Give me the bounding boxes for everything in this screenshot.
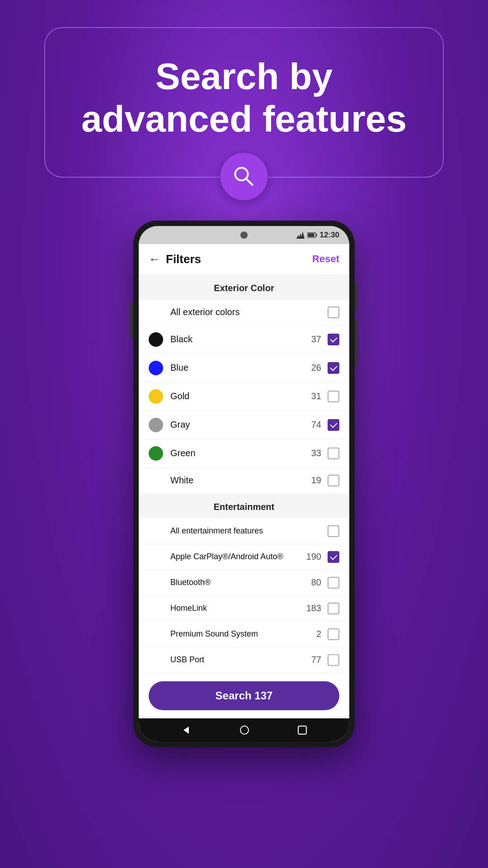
- filter-item-usb-port[interactable]: USB Port77: [139, 647, 349, 673]
- side-btn-right-bottom: [355, 320, 358, 365]
- phone-frame: 12:30 ← Filters Reset Exterior Color All…: [133, 221, 355, 747]
- filter-item-homelink[interactable]: HomeLink183: [139, 596, 349, 622]
- filter-label-apple-carplay: Apple CarPlay®/Android Auto®: [170, 552, 306, 561]
- camera-dot: [240, 231, 248, 239]
- color-dot-blue: [149, 361, 163, 375]
- checkbox-blue[interactable]: [328, 362, 339, 374]
- status-icons: 12:30: [296, 231, 339, 240]
- nav-recents[interactable]: [297, 725, 307, 735]
- svg-rect-7: [308, 233, 314, 236]
- checkbox-premium-sound[interactable]: [328, 628, 339, 640]
- filter-item-all-exterior[interactable]: All exterior colors: [139, 300, 349, 326]
- filter-item-bluetooth[interactable]: Bluetooth®80: [139, 570, 349, 596]
- phone-nav: [139, 718, 349, 742]
- checkbox-gray[interactable]: [328, 419, 339, 431]
- filter-count-gold: 31: [311, 391, 321, 401]
- svg-marker-8: [183, 726, 189, 734]
- filter-item-gold[interactable]: Gold31: [139, 382, 349, 411]
- filter-item-white[interactable]: White19: [139, 468, 349, 494]
- nav-back-icon: [181, 725, 192, 736]
- hero-card: Search by advanced features: [44, 27, 444, 178]
- svg-marker-4: [301, 231, 305, 239]
- filter-count-premium-sound: 2: [316, 629, 321, 639]
- header-left: ← Filters: [149, 252, 201, 266]
- header-title: Filters: [166, 252, 201, 266]
- search-icon: [232, 164, 256, 189]
- side-btn-left: [130, 302, 133, 338]
- filter-count-gray: 74: [311, 420, 321, 430]
- filter-label-gold: Gold: [170, 391, 311, 401]
- search-button-wrapper: Search 137: [139, 673, 349, 718]
- svg-rect-10: [298, 726, 306, 734]
- checkbox-all-exterior[interactable]: [328, 307, 339, 318]
- filter-label-blue: Blue: [170, 363, 311, 373]
- entertainment-title: Entertainment: [139, 494, 349, 519]
- checkbox-bluetooth[interactable]: [328, 577, 339, 589]
- app-header: ← Filters Reset: [139, 244, 349, 275]
- filter-count-blue: 26: [311, 363, 321, 373]
- checkbox-white[interactable]: [328, 475, 339, 486]
- color-dot-black: [149, 332, 163, 347]
- filter-label-all-exterior: All exterior colors: [170, 307, 328, 317]
- filter-item-green[interactable]: Green33: [139, 439, 349, 468]
- hero-section: Search by advanced features: [44, 27, 444, 178]
- filter-label-green: Green: [170, 448, 311, 458]
- filter-label-usb-port: USB Port: [170, 655, 311, 665]
- exterior-color-list: All exterior colorsBlack37Blue26Gold31Gr…: [139, 300, 349, 494]
- phone-mockup: 12:30 ← Filters Reset Exterior Color All…: [133, 221, 355, 747]
- svg-point-9: [240, 726, 249, 734]
- filter-item-black[interactable]: Black37: [139, 326, 349, 354]
- reset-button[interactable]: Reset: [312, 253, 339, 265]
- filter-count-homelink: 183: [306, 603, 321, 613]
- filter-label-bluetooth: Bluetooth®: [170, 578, 311, 587]
- filter-label-gray: Gray: [170, 420, 311, 430]
- color-dot-gold: [149, 389, 163, 404]
- filter-label-white: White: [170, 475, 311, 486]
- entertainment-section: Entertainment All entertainment features…: [139, 494, 349, 673]
- filter-label-premium-sound: Premium Sound System: [170, 629, 316, 639]
- filter-label-homelink: HomeLink: [170, 604, 306, 613]
- phone-screen: 12:30 ← Filters Reset Exterior Color All…: [139, 226, 349, 742]
- nav-home[interactable]: [239, 725, 250, 736]
- filter-item-premium-sound[interactable]: Premium Sound System2: [139, 622, 349, 647]
- exterior-color-section: Exterior Color All exterior colorsBlack3…: [139, 275, 349, 494]
- checkbox-green[interactable]: [328, 448, 339, 459]
- nav-recents-icon: [297, 725, 307, 735]
- filter-item-all-entertainment[interactable]: All entertainment features: [139, 519, 349, 544]
- checkbox-apple-carplay[interactable]: [328, 551, 339, 563]
- status-bar: 12:30: [139, 226, 349, 244]
- filter-count-white: 19: [311, 475, 321, 486]
- checkbox-gold[interactable]: [328, 391, 339, 402]
- nav-back[interactable]: [181, 725, 192, 736]
- svg-line-1: [246, 179, 253, 185]
- filter-count-black: 37: [311, 334, 321, 344]
- back-button[interactable]: ←: [149, 252, 160, 266]
- filter-count-apple-carplay: 190: [306, 552, 321, 562]
- color-dot-green: [149, 446, 163, 461]
- battery-icon: [307, 232, 317, 238]
- filter-item-gray[interactable]: Gray74: [139, 411, 349, 439]
- filter-count-green: 33: [311, 448, 321, 458]
- checkbox-black[interactable]: [328, 334, 339, 345]
- entertainment-list: All entertainment featuresApple CarPlay®…: [139, 519, 349, 673]
- filter-count-usb-port: 77: [311, 655, 321, 665]
- search-icon-circle: [220, 153, 267, 200]
- app-content: ← Filters Reset Exterior Color All exter…: [139, 244, 349, 718]
- svg-rect-6: [316, 234, 317, 236]
- filter-item-blue[interactable]: Blue26: [139, 354, 349, 382]
- side-btn-right-top: [355, 284, 358, 311]
- checkbox-homelink[interactable]: [328, 603, 339, 614]
- status-time: 12:30: [320, 231, 339, 240]
- signal-icon: [296, 231, 305, 239]
- filter-count-bluetooth: 80: [311, 577, 321, 588]
- filter-label-black: Black: [170, 334, 311, 344]
- nav-home-icon: [239, 725, 250, 736]
- filter-label-all-entertainment: All entertainment features: [170, 526, 328, 536]
- checkbox-all-entertainment[interactable]: [328, 525, 339, 537]
- exterior-color-title: Exterior Color: [139, 275, 349, 300]
- color-dot-gray: [149, 418, 163, 432]
- filter-item-apple-carplay[interactable]: Apple CarPlay®/Android Auto®190: [139, 544, 349, 570]
- checkbox-usb-port[interactable]: [328, 654, 339, 666]
- hero-title: Search by advanced features: [81, 55, 407, 141]
- search-button[interactable]: Search 137: [149, 681, 339, 710]
